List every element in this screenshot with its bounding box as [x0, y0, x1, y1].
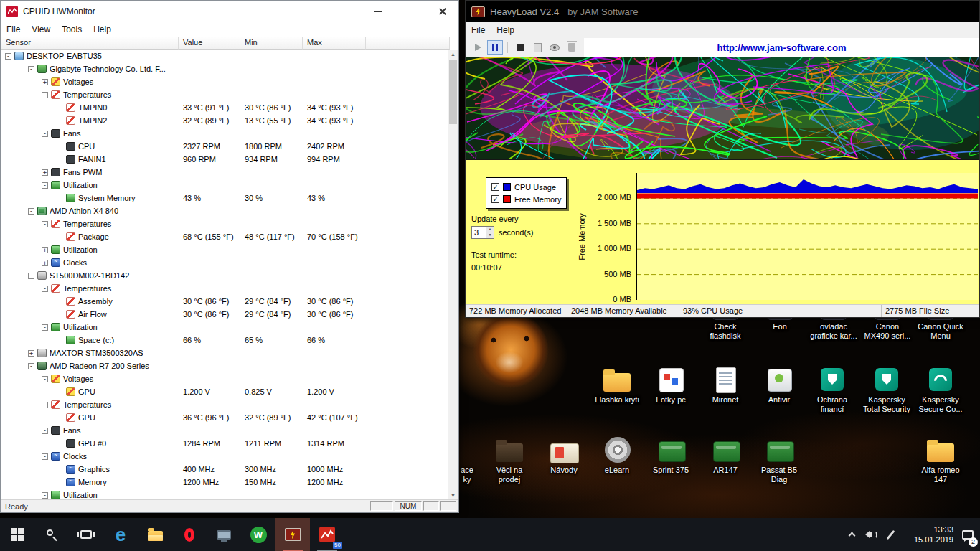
sensor-row[interactable]: -Gigabyte Technology Co. Ltd. F... — [1, 62, 450, 75]
edge-button[interactable]: e — [103, 518, 138, 551]
action-center-button[interactable]: 2 — [958, 518, 977, 551]
update-interval-spinner[interactable]: 3 ▲▼ — [471, 226, 494, 239]
stop-test-button[interactable] — [512, 40, 528, 55]
sensor-row[interactable]: Memory1200 MHz150 MHz1200 MHz — [1, 476, 450, 489]
sensor-row[interactable]: -Temperatures — [1, 88, 450, 101]
desktop-icon[interactable]: Alfa romeo147 — [912, 435, 969, 484]
sensor-row[interactable]: Graphics400 MHz300 MHz1000 MHz — [1, 463, 450, 476]
tree-expander[interactable]: - — [28, 363, 34, 369]
wps-office-button[interactable]: W — [241, 518, 275, 551]
maximize-button[interactable] — [394, 1, 426, 22]
tree-expander[interactable]: - — [42, 286, 48, 292]
sensor-row[interactable]: -Temperatures — [1, 282, 450, 295]
menu-help[interactable]: Help — [88, 23, 117, 36]
menu-file[interactable]: File — [1, 23, 26, 36]
tree-expander[interactable]: - — [42, 402, 48, 408]
spin-down-icon[interactable]: ▼ — [486, 232, 494, 238]
jam-software-link[interactable]: http://www.jam-software.com — [717, 42, 846, 53]
volume-button[interactable] — [862, 518, 881, 551]
tree-expander[interactable]: + — [42, 79, 48, 85]
desktop-icon[interactable]: Passat B5Diag — [750, 435, 808, 484]
tree-expander[interactable]: + — [42, 169, 48, 176]
tree-expander[interactable]: - — [42, 131, 48, 137]
pause-test-button[interactable] — [487, 40, 503, 55]
tree-expander[interactable]: + — [28, 350, 34, 357]
sensor-row[interactable]: -ST500DM002-1BD142 — [1, 269, 450, 282]
desktop-icon[interactable]: KasperskyTotal Security — [858, 365, 915, 414]
vertical-scrollbar[interactable]: ▲ ▼ — [448, 50, 458, 500]
tree-expander[interactable]: - — [5, 53, 11, 60]
allocate-memory-button[interactable] — [564, 40, 580, 55]
simulate-load-button[interactable] — [547, 40, 562, 55]
sensor-row[interactable]: -Clocks — [1, 450, 450, 463]
sensor-row[interactable]: Air Flow30 °C (86 °F)29 °C (84 °F)30 °C … — [1, 308, 450, 321]
sensor-row[interactable]: -Utilization — [1, 321, 450, 334]
scroll-thumb[interactable] — [449, 60, 457, 124]
sensor-row[interactable]: -DESKTOP-EABTU35 — [1, 50, 450, 62]
desktop-icon[interactable]: Návody — [535, 435, 593, 475]
spin-up-icon[interactable]: ▲ — [486, 227, 494, 232]
close-button[interactable] — [426, 1, 458, 22]
sensor-row[interactable]: CPU2327 RPM1800 RPM2402 RPM — [1, 140, 450, 153]
sensor-row[interactable]: Assembly30 °C (86 °F)29 °C (84 °F)30 °C … — [1, 295, 450, 308]
sensor-row[interactable]: -Utilization — [1, 489, 450, 500]
heavyload-taskbar-button[interactable] — [275, 518, 310, 551]
sensor-row[interactable]: -Fans — [1, 127, 450, 140]
sensor-row[interactable]: GPU #01284 RPM1211 RPM1314 RPM — [1, 437, 450, 450]
tree-expander[interactable]: + — [42, 260, 48, 266]
column-header-sensor[interactable]: Sensor — [1, 37, 179, 50]
cpu-usage-checkbox[interactable]: ✓ — [491, 183, 499, 191]
tree-expander[interactable]: - — [42, 428, 48, 434]
sensor-row[interactable]: GPU36 °C (96 °F)32 °C (89 °F)42 °C (107 … — [1, 411, 450, 424]
start-test-button[interactable] — [470, 40, 486, 55]
tree-expander[interactable]: - — [28, 66, 34, 72]
sensor-row[interactable]: -Utilization — [1, 179, 450, 192]
file-explorer-button[interactable] — [138, 518, 172, 551]
start-button[interactable] — [0, 518, 34, 551]
system-app-button[interactable] — [207, 518, 241, 551]
desktop-icon[interactable]: KasperskySecure Co... — [912, 365, 969, 414]
scroll-up-icon[interactable]: ▲ — [448, 50, 458, 59]
column-header-max[interactable]: Max — [303, 37, 366, 50]
tree-expander[interactable]: - — [42, 221, 48, 227]
sensor-row[interactable]: +Voltages — [1, 75, 450, 88]
sensor-row[interactable]: -Temperatures — [1, 398, 450, 411]
desktop-icon[interactable]: AR147 — [697, 435, 754, 475]
tree-expander[interactable]: - — [28, 208, 34, 215]
menu-help[interactable]: Help — [491, 24, 520, 37]
free-memory-checkbox[interactable]: ✓ — [491, 195, 499, 203]
show-hidden-icons-button[interactable] — [842, 518, 862, 551]
sensor-row[interactable]: Space (c:)66 %65 %66 % — [1, 334, 450, 347]
sensor-row[interactable]: System Memory43 %30 %43 % — [1, 192, 450, 204]
taskbar-clock[interactable]: 13:33 15.01.2019 — [905, 524, 953, 545]
desktop-icon[interactable]: Mironet — [697, 365, 754, 405]
pen-settings-button[interactable] — [881, 518, 900, 551]
tree-expander[interactable]: + — [42, 247, 48, 253]
hwmonitor-taskbar-button[interactable]: 50 — [310, 518, 344, 551]
desktop-icon[interactable]: Fotky pc — [642, 365, 699, 405]
column-header-value[interactable]: Value — [179, 37, 240, 50]
opera-button[interactable] — [172, 518, 207, 551]
sensor-row[interactable]: TMPIN033 °C (91 °F)30 °C (86 °F)34 °C (9… — [1, 101, 450, 114]
sensor-row[interactable]: -AMD Athlon X4 840 — [1, 204, 450, 217]
minimize-button[interactable] — [362, 1, 394, 22]
sensor-row[interactable]: +MAXTOR STM3500320AS — [1, 347, 450, 359]
tree-expander[interactable]: - — [42, 376, 48, 382]
sensor-row[interactable]: +Clocks — [1, 256, 450, 269]
sensor-row[interactable]: -AMD Radeon R7 200 Series — [1, 359, 450, 372]
spinner-value[interactable]: 3 — [472, 227, 486, 238]
desktop-icon[interactable]: Flashka kryti — [588, 365, 646, 405]
search-button[interactable] — [34, 518, 69, 551]
tree-expander[interactable]: - — [28, 273, 34, 279]
desktop-icon[interactable]: Sprint 375 — [642, 435, 699, 475]
hwmonitor-titlebar[interactable]: CPUID HWMonitor — [1, 1, 458, 22]
sensor-row[interactable]: FANIN1960 RPM934 RPM994 RPM — [1, 153, 450, 166]
menu-view[interactable]: View — [26, 23, 56, 36]
sensor-row[interactable]: -Temperatures — [1, 217, 450, 230]
tree-expander[interactable]: - — [42, 492, 48, 499]
heavyload-titlebar[interactable]: HeavyLoad V2.4 by JAM Software — [466, 1, 979, 22]
tree-expander[interactable]: - — [42, 182, 48, 189]
tree-expander[interactable]: - — [42, 92, 48, 98]
tree-expander[interactable]: - — [42, 453, 48, 460]
menu-tools[interactable]: Tools — [56, 23, 88, 36]
